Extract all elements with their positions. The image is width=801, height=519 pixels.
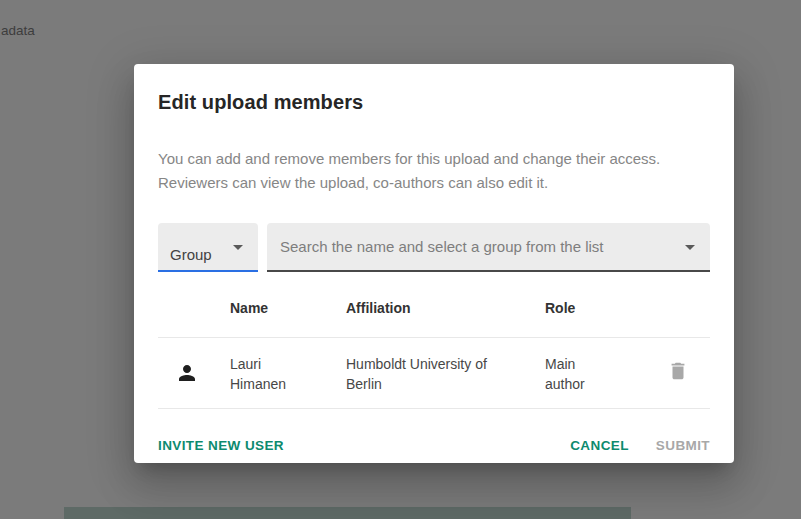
member-name-cell: Lauri Himanen: [230, 354, 346, 394]
column-header-name: Name: [230, 300, 346, 316]
chevron-down-icon[interactable]: [678, 235, 702, 259]
member-delete-cell: [645, 354, 710, 382]
member-affiliation-line2: Berlin: [346, 374, 545, 394]
invite-new-user-button[interactable]: INVITE NEW USER: [158, 438, 284, 454]
background-footer-band: [64, 507, 631, 519]
members-table-header: Name Affiliation Role: [158, 300, 710, 338]
member-role-cell: Main author: [545, 354, 645, 394]
dialog-description-line2: Reviewers can view the upload, co-author…: [158, 171, 710, 195]
member-avatar-cell: [158, 354, 230, 389]
member-type-select-value: Group: [170, 246, 212, 263]
member-row: Lauri Himanen Humboldt University of Ber…: [158, 338, 710, 409]
trash-icon: [667, 370, 689, 385]
chevron-down-icon: [226, 235, 250, 259]
submit-button[interactable]: SUBMIT: [656, 438, 710, 454]
dialog-title: Edit upload members: [134, 64, 734, 115]
background-partial-text: adata: [1, 23, 35, 38]
member-name-line2: Himanen: [230, 374, 346, 394]
person-icon: [175, 361, 199, 389]
dialog-description-line1: You can add and remove members for this …: [158, 147, 710, 171]
cancel-button[interactable]: CANCEL: [570, 438, 629, 454]
delete-member-button[interactable]: [667, 360, 689, 382]
column-header-affiliation: Affiliation: [346, 300, 545, 316]
member-name-line1: Lauri: [230, 354, 346, 374]
member-type-select[interactable]: Group: [158, 223, 258, 272]
column-header-role: Role: [545, 300, 645, 316]
member-search-field: [267, 223, 710, 272]
dialog-actions: INVITE NEW USER CANCEL SUBMIT: [158, 438, 710, 454]
member-affiliation-cell: Humboldt University of Berlin: [346, 354, 545, 394]
member-search-controls: Group: [158, 223, 710, 272]
member-search-input[interactable]: [267, 223, 710, 270]
dialog-description: You can add and remove members for this …: [158, 147, 710, 195]
member-affiliation-line1: Humboldt University of: [346, 354, 545, 374]
members-table: Name Affiliation Role Lauri Himanen Humb…: [158, 272, 710, 409]
edit-upload-members-dialog: Edit upload members You can add and remo…: [134, 64, 734, 463]
member-role-line1: Main: [545, 354, 645, 374]
member-role-line2: author: [545, 374, 645, 394]
